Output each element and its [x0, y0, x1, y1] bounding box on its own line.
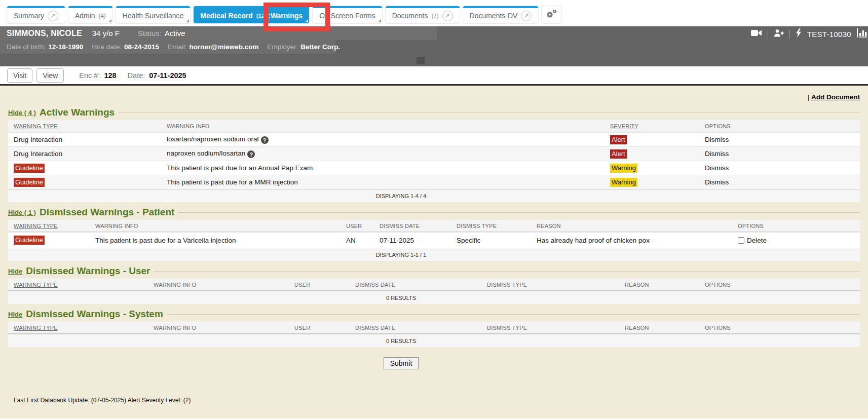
tab-documents-dv-label: Documents-DV — [470, 12, 518, 20]
active-warnings-table: WARNING TYPE WARNING INFO SEVERITY OPTIO… — [8, 120, 860, 202]
toolbar: | Add Document — [8, 86, 860, 105]
warning-type-badge: Guideline — [14, 178, 45, 187]
table-row: Drug Interaction naproxen sodium/losarta… — [8, 146, 860, 161]
enc-date-value: 07-11-2025 — [149, 71, 186, 80]
column-warning-type[interactable]: WARNING TYPE — [8, 221, 90, 231]
tab-bar: Summary ↗ Admin (4) Health Surveillance … — [0, 0, 868, 26]
visit-button[interactable]: Visit — [7, 68, 32, 83]
column-warning-type[interactable]: WARNING TYPE — [8, 280, 148, 290]
warning-info: This patient is past due for an Annual P… — [161, 162, 605, 174]
tab-medical-record-warnings[interactable]: Medical Record (12) :Warnings — [194, 6, 309, 23]
submit-row: Submit — [8, 357, 860, 369]
table-row: Drug Interaction losartan/naproxen sodiu… — [8, 132, 860, 146]
dismiss-link[interactable]: Dismiss — [699, 162, 860, 174]
user-value: AN — [341, 235, 374, 246]
divider — [789, 30, 790, 39]
severity-badge: Alert — [610, 135, 627, 144]
tab-admin[interactable]: Admin (4) — [68, 6, 112, 23]
dismissed-user-table: WARNING TYPE WARNING INFO USER DISMISS D… — [8, 279, 860, 304]
add-document-link[interactable]: Add Document — [811, 93, 860, 101]
column-warning-type[interactable]: WARNING TYPE — [8, 121, 161, 131]
hire-date-label: Hire date: — [92, 43, 122, 51]
submit-button[interactable]: Submit — [384, 357, 419, 369]
column-warning-info: WARNING INFO — [90, 221, 341, 231]
column-dismiss-type: DISMISS TYPE — [481, 323, 619, 333]
patient-name: SIMMONS, NICOLE — [7, 29, 82, 38]
column-warning-info: WARNING INFO — [161, 121, 605, 131]
tab-health-surveillance-label: Health Surveillance — [123, 12, 184, 20]
dismissed-patient-title: Dismissed Warnings - Patient — [40, 207, 174, 218]
delete-label: Delete — [747, 237, 767, 244]
severity-badge: Warning — [610, 178, 637, 187]
employer-label: Employer: — [267, 43, 298, 51]
table-header-row: WARNING TYPE WARNING INFO USER DISMISS D… — [8, 279, 860, 291]
column-dismiss-date: DISMISS DATE — [350, 323, 481, 333]
tab-medical-record-label: Medical Record — [200, 12, 252, 20]
popout-icon[interactable]: ↗ — [48, 11, 58, 21]
warning-info: This patient is past due for a MMR injec… — [161, 176, 605, 188]
column-warning-info: WARNING INFO — [148, 280, 289, 290]
tab-documents-count: (7) — [431, 13, 438, 19]
warnings-page: | Add Document Hide ( 4 ) Active Warning… — [0, 86, 868, 418]
settings-button[interactable] — [542, 6, 561, 23]
tab-summary[interactable]: Summary ↗ — [7, 6, 65, 23]
severity-badge: Warning — [610, 164, 637, 173]
column-user: USER — [341, 221, 374, 231]
gears-icon — [546, 9, 557, 20]
dob-value: 12-18-1990 — [48, 43, 83, 51]
column-warning-info: WARNING INFO — [148, 323, 289, 333]
popout-icon[interactable]: ↗ — [521, 11, 532, 21]
column-severity[interactable]: SEVERITY — [605, 121, 699, 131]
dropdown-corner-icon — [305, 19, 308, 22]
lightning-icon[interactable] — [796, 28, 802, 40]
active-warnings-header: Hide ( 4 ) Active Warnings — [8, 107, 860, 118]
warning-info: naproxen sodium/losartan — [167, 149, 245, 157]
popout-icon[interactable]: ↗ — [442, 11, 453, 21]
section-rule — [178, 212, 860, 213]
table-pagination: DISPLAYING 1-1 / 1 — [8, 248, 860, 261]
patient-age-sex: 34 y/o F — [92, 29, 120, 37]
warning-info: This patient is past due for a Varicella… — [90, 235, 341, 246]
table-empty-state: 0 RESULTS — [8, 334, 860, 347]
dismiss-type-value: Specific — [451, 235, 531, 246]
help-icon[interactable]: ? — [247, 150, 255, 158]
table-header-row: WARNING TYPE WARNING INFO USER DISMISS D… — [8, 322, 860, 334]
dismiss-link[interactable]: Dismiss — [699, 134, 860, 145]
column-reason: REASON — [619, 323, 699, 333]
help-icon[interactable]: ? — [261, 136, 269, 144]
hide-dismissed-user-link[interactable]: Hide — [8, 268, 22, 275]
view-button[interactable]: View — [36, 68, 64, 83]
email-label: Email: — [168, 43, 187, 51]
dismissed-user-title: Dismissed Warnings - User — [26, 265, 150, 277]
tab-documents[interactable]: Documents (7) ↗ — [386, 6, 460, 23]
active-warnings-title: Active Warnings — [40, 107, 115, 118]
chart-icon[interactable] — [857, 28, 868, 40]
section-rule — [167, 314, 860, 315]
column-warning-type[interactable]: WARNING TYPE — [8, 323, 148, 333]
delete-checkbox[interactable] — [738, 237, 744, 244]
dismiss-link[interactable]: Dismiss — [699, 148, 860, 160]
dismissed-patient-header: Hide ( 1 ) Dismissed Warnings - Patient — [8, 207, 860, 218]
dismiss-link[interactable]: Dismiss — [699, 176, 860, 188]
add-person-icon[interactable] — [774, 29, 784, 39]
tab-documents-dv[interactable]: Documents-DV ↗ — [463, 6, 539, 23]
hide-dismissed-system-link[interactable]: Hide — [8, 311, 22, 318]
dismissed-system-header: Hide Dismissed Warnings - System — [8, 309, 860, 320]
hide-dismissed-patient-link[interactable]: Hide ( 1 ) — [8, 209, 36, 216]
tab-health-surveillance[interactable]: Health Surveillance — [116, 6, 191, 23]
section-rule — [154, 271, 860, 272]
tab-on-screen-forms[interactable]: On Screen Forms — [313, 6, 382, 23]
section-rule — [119, 112, 860, 113]
tab-medical-record-count: (12) — [256, 13, 267, 19]
dismissed-system-title: Dismissed Warnings - System — [26, 309, 163, 320]
dob-label: Date of birth: — [7, 43, 46, 51]
dropdown-corner-icon — [108, 19, 111, 22]
table-row: Guideline This patient is past due for a… — [8, 232, 860, 248]
column-options: OPTIONS — [699, 121, 860, 131]
video-camera-icon[interactable] — [751, 29, 762, 39]
column-dismiss-date: DISMISS DATE — [374, 221, 451, 231]
hide-active-warnings-link[interactable]: Hide ( 4 ) — [8, 109, 36, 117]
hire-date-value: 08-24-2015 — [124, 43, 159, 51]
email-value: horner@mieweb.com — [189, 43, 258, 51]
tab-on-screen-forms-label: On Screen Forms — [319, 12, 375, 20]
